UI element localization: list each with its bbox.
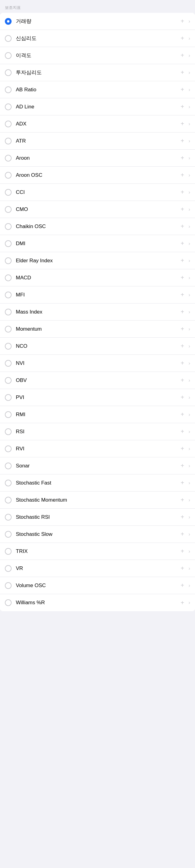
plus-icon[interactable]: + (179, 137, 186, 145)
list-item-williams-r[interactable]: Williams %R+› (0, 594, 195, 611)
radio-nvi[interactable] (5, 360, 11, 367)
plus-icon[interactable]: + (179, 462, 186, 469)
plus-icon[interactable]: + (179, 428, 186, 435)
list-item-atr[interactable]: ATR+› (0, 132, 195, 150)
chevron-right-icon[interactable]: › (189, 138, 190, 144)
radio-obv[interactable] (5, 377, 11, 384)
plus-icon[interactable]: + (179, 394, 186, 401)
radio-sonar[interactable] (5, 463, 11, 469)
radio-volume[interactable] (5, 18, 11, 25)
list-item-vr[interactable]: VR+› (0, 560, 195, 577)
list-item-macd[interactable]: MACD+› (0, 269, 195, 286)
chevron-right-icon[interactable]: › (189, 343, 190, 349)
plus-icon[interactable]: + (179, 548, 186, 555)
radio-stochastic-slow[interactable] (5, 531, 11, 538)
plus-icon[interactable]: + (179, 496, 186, 503)
chevron-right-icon[interactable]: › (189, 429, 190, 434)
plus-icon[interactable]: + (179, 172, 186, 179)
radio-stochastic-momentum[interactable] (5, 497, 11, 503)
radio-elder-ray-index[interactable] (5, 257, 11, 264)
chevron-right-icon[interactable]: › (189, 497, 190, 503)
list-item-aroon[interactable]: Aroon+› (0, 150, 195, 167)
plus-icon[interactable]: + (179, 35, 186, 42)
list-item-elder-ray-index[interactable]: Elder Ray Index+› (0, 252, 195, 269)
plus-icon[interactable]: + (179, 479, 186, 486)
plus-icon[interactable]: + (179, 565, 186, 572)
radio-mass-index[interactable] (5, 309, 11, 315)
chevron-right-icon[interactable]: › (189, 155, 190, 161)
radio-investment-sentiment[interactable] (5, 69, 11, 76)
radio-macd[interactable] (5, 275, 11, 281)
radio-pvi[interactable] (5, 394, 11, 401)
chevron-right-icon[interactable]: › (189, 275, 190, 281)
list-item-chaikin-osc[interactable]: Chaikin OSC+› (0, 218, 195, 235)
plus-icon[interactable]: + (179, 582, 186, 589)
radio-nco[interactable] (5, 343, 11, 349)
chevron-right-icon[interactable]: › (189, 600, 190, 606)
chevron-right-icon[interactable]: › (189, 515, 190, 520)
plus-icon[interactable]: + (179, 240, 186, 247)
radio-volume-osc[interactable] (5, 582, 11, 589)
chevron-right-icon[interactable]: › (189, 463, 190, 469)
list-item-momentum[interactable]: Momentum+› (0, 320, 195, 338)
radio-vr[interactable] (5, 565, 11, 572)
radio-dmi[interactable] (5, 240, 11, 247)
list-item-nco[interactable]: NCO+› (0, 338, 195, 355)
list-item-rsi[interactable]: RSI+› (0, 423, 195, 440)
chevron-right-icon[interactable]: › (189, 549, 190, 554)
radio-trix[interactable] (5, 548, 11, 555)
plus-icon[interactable]: + (179, 223, 186, 230)
radio-rvi[interactable] (5, 445, 11, 452)
chevron-right-icon[interactable]: › (189, 327, 190, 332)
list-item-rvi[interactable]: RVI+› (0, 440, 195, 457)
list-item-volume[interactable]: 거래량+› (0, 13, 195, 30)
plus-icon[interactable]: + (179, 377, 186, 384)
radio-atr[interactable] (5, 138, 11, 145)
list-item-pvi[interactable]: PVI+› (0, 389, 195, 406)
radio-price-distance[interactable] (5, 52, 11, 59)
radio-williams-r[interactable] (5, 599, 11, 606)
radio-mfi[interactable] (5, 291, 11, 298)
chevron-right-icon[interactable]: › (189, 292, 190, 298)
list-item-mfi[interactable]: MFI+› (0, 286, 195, 304)
plus-icon[interactable]: + (179, 18, 186, 25)
chevron-right-icon[interactable]: › (189, 173, 190, 178)
plus-icon[interactable]: + (179, 52, 186, 59)
chevron-right-icon[interactable]: › (189, 70, 190, 75)
list-item-stochastic-rsi[interactable]: Stochastic RSI+› (0, 509, 195, 526)
list-item-ab-ratio[interactable]: AB Ratio+› (0, 81, 195, 98)
list-item-sonar[interactable]: Sonar+› (0, 457, 195, 474)
radio-rsi[interactable] (5, 428, 11, 435)
chevron-right-icon[interactable]: › (189, 583, 190, 588)
list-item-dmi[interactable]: DMI+› (0, 235, 195, 252)
radio-adx[interactable] (5, 121, 11, 127)
list-item-trix[interactable]: TRIX+› (0, 543, 195, 560)
list-item-aroon-osc[interactable]: Aroon OSC+› (0, 167, 195, 184)
plus-icon[interactable]: + (179, 103, 186, 110)
radio-ab-ratio[interactable] (5, 86, 11, 93)
list-item-stochastic-fast[interactable]: Stochastic Fast+› (0, 474, 195, 492)
plus-icon[interactable]: + (179, 69, 186, 76)
list-item-mass-index[interactable]: Mass Index+› (0, 304, 195, 320)
chevron-right-icon[interactable]: › (189, 19, 190, 24)
plus-icon[interactable]: + (179, 120, 186, 127)
plus-icon[interactable]: + (179, 343, 186, 349)
chevron-right-icon[interactable]: › (189, 53, 190, 58)
list-item-adx[interactable]: ADX+› (0, 116, 195, 132)
plus-icon[interactable]: + (179, 531, 186, 538)
plus-icon[interactable]: + (179, 291, 186, 298)
plus-icon[interactable]: + (179, 360, 186, 367)
chevron-right-icon[interactable]: › (189, 190, 190, 195)
list-item-investment-sentiment[interactable]: 투자심리도+› (0, 64, 195, 81)
list-item-stochastic-slow[interactable]: Stochastic Slow+› (0, 526, 195, 543)
chevron-right-icon[interactable]: › (189, 446, 190, 452)
chevron-right-icon[interactable]: › (189, 207, 190, 212)
radio-aroon-osc[interactable] (5, 172, 11, 179)
chevron-right-icon[interactable]: › (189, 224, 190, 229)
chevron-right-icon[interactable]: › (189, 87, 190, 93)
list-item-nvi[interactable]: NVI+› (0, 355, 195, 372)
plus-icon[interactable]: + (179, 308, 186, 315)
chevron-right-icon[interactable]: › (189, 531, 190, 537)
plus-icon[interactable]: + (179, 206, 186, 213)
chevron-right-icon[interactable]: › (189, 104, 190, 110)
